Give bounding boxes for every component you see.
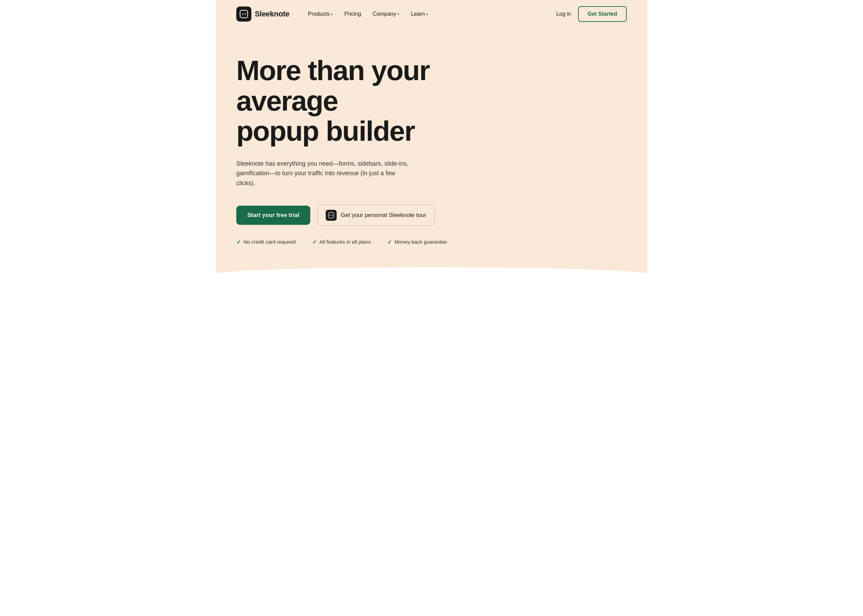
chevron-down-icon: ▾	[398, 12, 399, 16]
nav-item-learn[interactable]: Learn ▾	[406, 8, 433, 20]
check-icon: ✓	[387, 239, 392, 246]
sleeknote-tour-icon	[326, 210, 337, 221]
trust-item-money-back: ✓ Money-back guarantee	[387, 238, 447, 246]
below-fold	[216, 287, 647, 328]
nav-right: Log in Get Started	[556, 6, 627, 22]
nav-item-products[interactable]: Products ▾	[303, 8, 337, 20]
logo-text: Sleeknote	[255, 9, 290, 19]
nav-item-company[interactable]: Company ▾	[368, 8, 404, 20]
trust-items: ✓ No credit card required ✓ All features…	[236, 238, 627, 246]
nav-links: Products ▾ Pricing Company ▾ Learn ▾	[303, 8, 556, 20]
logo-icon	[236, 6, 251, 22]
start-free-trial-button[interactable]: Start your free trial	[236, 206, 310, 225]
svg-point-3	[331, 215, 332, 216]
personal-tour-button[interactable]: Get your personal Sleeknote tour	[317, 205, 435, 226]
check-icon: ✓	[236, 239, 241, 246]
chevron-down-icon: ▾	[331, 12, 332, 16]
hero-section: More than your average popup builder Sle…	[216, 28, 647, 287]
hero-subtitle: Sleeknote has everything you need—forms,…	[236, 159, 414, 188]
navbar: Sleeknote Products ▾ Pricing Company ▾ L…	[216, 0, 647, 28]
chevron-down-icon: ▾	[426, 12, 428, 16]
logo[interactable]: Sleeknote	[236, 6, 290, 22]
trust-item-no-credit-card: ✓ No credit card required	[236, 238, 296, 246]
login-link[interactable]: Log in	[556, 11, 571, 17]
hero-title: More than your average popup builder	[236, 55, 449, 146]
check-icon: ✓	[312, 239, 317, 246]
get-started-button[interactable]: Get Started	[578, 6, 627, 22]
hero-cta-row: Start your free trial Get your personal …	[236, 205, 627, 226]
trust-item-all-features: ✓ All features in all plans	[312, 238, 371, 246]
nav-item-pricing[interactable]: Pricing	[339, 8, 366, 20]
svg-point-1	[243, 13, 245, 15]
